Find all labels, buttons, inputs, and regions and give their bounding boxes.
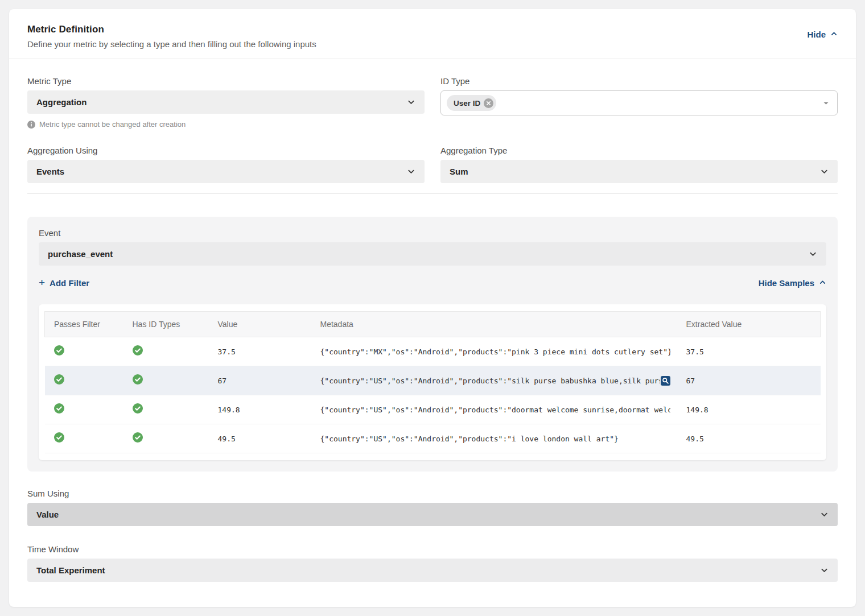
- metric-definition-panel: Metric Definition Define your metric by …: [9, 9, 856, 607]
- time-window-value: Total Experiment: [36, 565, 820, 575]
- info-circle-icon: [27, 121, 35, 129]
- table-row[interactable]: 49.5 {"country":"US","os":"Android","pro…: [45, 424, 821, 453]
- metadata-cell: {"country":"US","os":"Android","products…: [320, 377, 660, 385]
- time-window-field: Time Window Total Experiment: [27, 544, 838, 582]
- aggregation-type-value: Sum: [450, 167, 820, 176]
- samples-table-card: Passes Filter Has ID Types Value Metadat…: [39, 304, 826, 460]
- metric-type-value: Aggregation: [36, 97, 407, 107]
- column-header-extracted-value: Extracted Value: [677, 312, 821, 337]
- form-row-2: Aggregation Using Events Aggregation Typ…: [27, 146, 838, 183]
- id-type-field: ID Type User ID: [440, 76, 838, 129]
- extracted-value-cell: 49.5: [677, 424, 821, 453]
- column-header-passes-filter: Passes Filter: [45, 312, 123, 337]
- aggregation-using-label: Aggregation Using: [27, 146, 425, 155]
- check-circle-icon: [133, 345, 143, 355]
- table-row[interactable]: 149.8 {"country":"US","os":"Android","pr…: [45, 395, 821, 424]
- chevron-down-icon: [407, 167, 415, 176]
- aggregation-type-field: Aggregation Type Sum: [440, 146, 838, 183]
- table-row[interactable]: 67 {"country":"US","os":"Android","produ…: [45, 366, 821, 395]
- form-row-1: Metric Type Aggregation Metric type cann…: [27, 76, 838, 129]
- aggregation-using-field: Aggregation Using Events: [27, 146, 425, 183]
- panel-header-text: Metric Definition Define your metric by …: [27, 24, 316, 49]
- table-row[interactable]: 37.5 {"country":"MX","os":"Android","pro…: [45, 337, 821, 366]
- time-window-select[interactable]: Total Experiment: [27, 559, 838, 582]
- chevron-down-icon: [820, 167, 829, 176]
- id-type-tag-label: User ID: [454, 99, 480, 108]
- metadata-cell: {"country":"US","os":"Android","products…: [320, 435, 619, 443]
- metric-type-note-text: Metric type cannot be changed after crea…: [39, 120, 186, 129]
- time-window-label: Time Window: [27, 544, 838, 554]
- hide-samples-button[interactable]: Hide Samples: [759, 278, 826, 288]
- aggregation-type-select[interactable]: Sum: [440, 160, 838, 183]
- column-header-metadata: Metadata: [311, 312, 677, 337]
- check-circle-icon: [133, 432, 143, 443]
- plus-icon: +: [39, 277, 45, 288]
- event-select[interactable]: purchase_event: [39, 242, 826, 266]
- chevron-down-icon: [820, 510, 829, 519]
- id-type-label: ID Type: [440, 76, 838, 86]
- magnifier-icon[interactable]: [661, 376, 670, 386]
- metadata-cell: {"country":"MX","os":"Android","products…: [320, 348, 670, 356]
- table-header-row: Passes Filter Has ID Types Value Metadat…: [45, 312, 821, 337]
- sum-using-value: Value: [36, 510, 820, 519]
- aggregation-type-label: Aggregation Type: [440, 146, 838, 155]
- aggregation-using-select[interactable]: Events: [27, 160, 425, 183]
- id-type-select[interactable]: User ID: [440, 90, 838, 115]
- check-circle-icon: [54, 432, 64, 443]
- metric-type-select[interactable]: Aggregation: [27, 90, 425, 114]
- sum-using-select[interactable]: Value: [27, 503, 838, 526]
- metric-type-label: Metric Type: [27, 76, 425, 86]
- section-divider: [27, 193, 838, 194]
- check-circle-icon: [54, 345, 64, 355]
- caret-down-icon: [823, 100, 829, 106]
- value-cell: 67: [209, 366, 311, 395]
- panel-body: Metric Type Aggregation Metric type cann…: [9, 59, 856, 598]
- event-label: Event: [39, 228, 826, 238]
- filter-row: + Add Filter Hide Samples: [39, 276, 826, 290]
- metric-type-note: Metric type cannot be changed after crea…: [27, 120, 425, 129]
- value-cell: 49.5: [209, 424, 311, 453]
- event-value: purchase_event: [48, 249, 809, 259]
- value-cell: 37.5: [209, 337, 311, 366]
- value-cell: 149.8: [209, 395, 311, 424]
- page-background: Metric Definition Define your metric by …: [0, 0, 865, 616]
- chevron-down-icon: [809, 250, 817, 258]
- samples-table: Passes Filter Has ID Types Value Metadat…: [44, 311, 821, 453]
- check-circle-icon: [54, 374, 64, 385]
- event-section: Event purchase_event + Add Filter Hide S…: [27, 217, 838, 472]
- extracted-value-cell: 149.8: [677, 395, 821, 424]
- page-subtitle: Define your metric by selecting a type a…: [27, 39, 316, 49]
- check-circle-icon: [133, 374, 143, 385]
- chevron-up-icon: [830, 30, 838, 39]
- chevron-down-icon: [407, 98, 415, 106]
- column-header-has-id-types: Has ID Types: [123, 312, 209, 337]
- metric-type-field: Metric Type Aggregation Metric type cann…: [27, 76, 425, 129]
- chevron-down-icon: [820, 566, 829, 574]
- add-filter-label: Add Filter: [50, 278, 89, 288]
- x-circle-icon[interactable]: [484, 98, 493, 108]
- column-header-value: Value: [209, 312, 311, 337]
- aggregation-using-value: Events: [36, 167, 407, 176]
- chevron-up-icon: [819, 278, 826, 288]
- check-circle-icon: [54, 403, 64, 414]
- hide-samples-label: Hide Samples: [759, 278, 814, 288]
- hide-label: Hide: [807, 30, 826, 39]
- extracted-value-cell: 37.5: [677, 337, 821, 366]
- check-circle-icon: [133, 403, 143, 414]
- metadata-cell: {"country":"US","os":"Android","products…: [320, 406, 670, 414]
- hide-button[interactable]: Hide: [807, 30, 838, 39]
- page-title: Metric Definition: [27, 24, 316, 35]
- panel-header: Metric Definition Define your metric by …: [9, 9, 856, 59]
- sum-using-label: Sum Using: [27, 489, 838, 498]
- add-filter-button[interactable]: + Add Filter: [39, 278, 89, 288]
- sum-using-field: Sum Using Value: [27, 489, 838, 526]
- id-type-tag: User ID: [447, 95, 496, 111]
- extracted-value-cell: 67: [677, 366, 821, 395]
